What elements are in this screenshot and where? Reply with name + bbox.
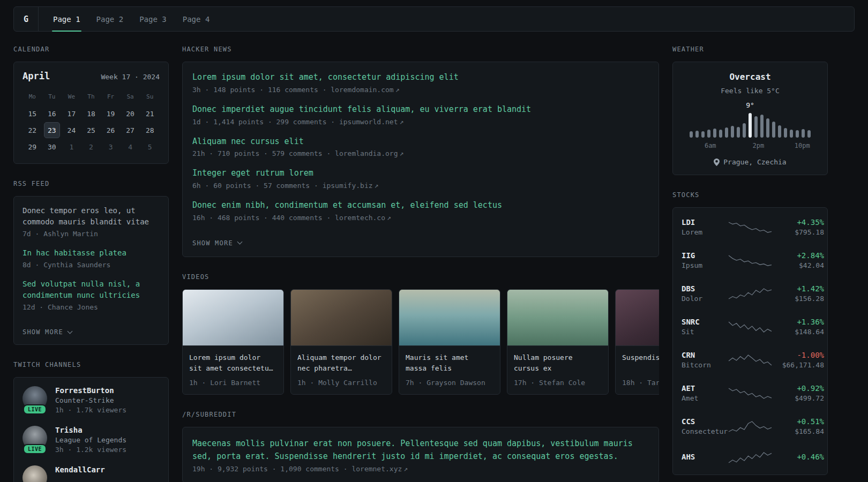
stock-row-dbs[interactable]: DBSDolor +1.42%$156.28 — [682, 277, 819, 310]
weather-hour-bar — [772, 122, 775, 138]
stock-name: Consectetur — [682, 427, 728, 435]
tab-page-3[interactable]: Page 3 — [131, 7, 175, 31]
channel-info: Trisha League of Legends 3h · 1.2k viewe… — [55, 426, 126, 454]
stock-ticker: LDI — [682, 218, 728, 227]
stock-name: Amet — [682, 394, 728, 402]
video-body: Aliquam tempor dolor nec pharetra… 1h · … — [291, 346, 392, 394]
twitch-widget: TWITCH CHANNELS LIVE ForrestBurton Count… — [13, 361, 169, 482]
video-title: Nullam posuere cursus ex — [514, 352, 602, 374]
rss-item-meta: 12d · Chance Jones — [23, 303, 160, 311]
chevron-down-icon — [67, 328, 72, 334]
stock-row-ahs[interactable]: AHS +0.46% — [682, 443, 819, 472]
weather-hour-bar — [766, 118, 769, 138]
calendar-section-title: CALENDAR — [13, 46, 169, 53]
weather-hour-bar — [695, 131, 699, 138]
stock-name: Ipsum — [682, 261, 728, 269]
stock-row-snrc[interactable]: SNRCSit +1.36%$148.64 — [682, 310, 819, 343]
twitch-channel-forrestburton[interactable]: LIVE ForrestBurton Counter-Strike 1h · 1… — [23, 386, 160, 414]
video-card[interactable]: Suspendisse diam 18h · Tara — [615, 289, 659, 395]
stock-row-ldi[interactable]: LDILorem +4.35%$795.18 — [682, 210, 819, 244]
video-card[interactable]: Mauris sit amet massa felis 7h · Grayson… — [399, 289, 500, 395]
stock-change: +2.84% — [773, 251, 824, 260]
stock-sparkline — [728, 320, 773, 334]
current-temp-label: 9° — [746, 101, 754, 109]
news-title-link[interactable]: Lorem ipsum dolor sit amet, consectetur … — [192, 72, 649, 84]
avatar — [23, 465, 47, 482]
weather-hour-bar — [760, 115, 764, 138]
stock-change: +0.51% — [773, 417, 824, 426]
stock-sparkline — [728, 353, 773, 367]
external-link-icon[interactable]: ↗ — [400, 149, 404, 157]
stocks-card: LDILorem +4.35%$795.18 IIGIpsum +2.84%$4… — [672, 207, 828, 475]
video-body: Nullam posuere cursus ex 17h · Stefan Co… — [507, 346, 608, 394]
external-link-icon[interactable]: ↗ — [400, 118, 404, 126]
calendar-day: 3 — [103, 139, 119, 155]
rss-item: Donec tempor eros leo, ut commodo mauris… — [23, 205, 160, 238]
stock-row-iig[interactable]: IIGIpsum +2.84%$42.04 — [682, 244, 819, 277]
stock-ticker: SNRC — [682, 318, 728, 326]
right-column: WEATHER Overcast Feels like 5°C 9° 6am 2… — [672, 46, 828, 482]
calendar-day: 23 — [44, 122, 60, 138]
news-title-link[interactable]: Donec enim nibh, condimentum et accumsan… — [192, 200, 649, 212]
stock-ticker: CRN — [682, 351, 728, 359]
weather-hour-bar — [731, 126, 734, 138]
news-meta-text: 3h · 148 points · 116 comments · loremdo… — [192, 86, 394, 94]
dow-label: Tu — [48, 93, 55, 100]
stock-values: +2.84%$42.04 — [773, 251, 824, 269]
calendar-day: 25 — [83, 122, 99, 138]
video-card[interactable]: Nullam posuere cursus ex 17h · Stefan Co… — [507, 289, 609, 395]
news-title-link[interactable]: Donec imperdiet augue tincidunt felis al… — [192, 104, 649, 116]
video-card[interactable]: Lorem ipsum dolor sit amet consectetu… 1… — [182, 289, 284, 395]
stock-values: +0.51%$165.84 — [773, 417, 824, 435]
video-meta: 18h · Tara — [622, 374, 659, 387]
stock-row-crn[interactable]: CRNBitcorn -1.00%$66,171.48 — [682, 343, 819, 376]
news-title-link[interactable]: Integer eget rutrum lorem — [192, 168, 649, 179]
videos-scroll-row[interactable]: Lorem ipsum dolor sit amet consectetu… 1… — [182, 289, 659, 395]
rss-section-title: RSS FEED — [13, 180, 169, 187]
twitch-channel-trisha[interactable]: LIVE Trisha League of Legends 3h · 1.2k … — [23, 426, 160, 454]
video-title: Aliquam tempor dolor nec pharetra… — [297, 352, 385, 374]
app-logo[interactable]: G — [14, 7, 39, 31]
tab-page-4[interactable]: Page 4 — [175, 7, 218, 31]
stock-sparkline — [728, 220, 773, 234]
calendar-header: April Week 17 · 2024 — [23, 71, 160, 81]
video-card[interactable]: Aliquam tempor dolor nec pharetra… 1h · … — [290, 289, 392, 395]
video-body: Lorem ipsum dolor sit amet consectetu… 1… — [183, 346, 283, 394]
video-meta: 17h · Stefan Cole — [514, 374, 602, 387]
external-link-icon[interactable]: ↗ — [375, 182, 379, 190]
rss-item-link[interactable]: In hac habitasse platea — [23, 247, 160, 259]
twitch-card: LIVE ForrestBurton Counter-Strike 1h · 1… — [13, 377, 169, 482]
video-title: Lorem ipsum dolor sit amet consectetu… — [189, 352, 277, 374]
post-title-link[interactable]: Maecenas mollis pulvinar erat non posuer… — [192, 437, 649, 463]
stock-name: Bitcorn — [682, 361, 728, 369]
external-link-icon[interactable]: ↗ — [403, 465, 408, 473]
external-link-icon[interactable]: ↗ — [387, 214, 391, 222]
page: G Page 1 Page 2 Page 3 Page 4 CALENDAR A… — [0, 0, 868, 482]
stock-row-ccs[interactable]: CCSConsectetur +0.51%$165.84 — [682, 410, 819, 443]
channel-avatar-image — [23, 465, 47, 482]
tab-page-2[interactable]: Page 2 — [88, 7, 132, 31]
stock-name: Lorem — [682, 228, 728, 236]
calendar-day: 28 — [142, 122, 158, 138]
stock-values: +0.92%$499.72 — [773, 384, 824, 402]
stock-price: $148.64 — [773, 328, 824, 336]
dow-label: Fr — [107, 93, 114, 100]
twitch-section-title: TWITCH CHANNELS — [13, 361, 169, 368]
calendar-day: 18 — [83, 106, 99, 122]
weather-card: Overcast Feels like 5°C 9° 6am 2pm 10pm … — [672, 62, 828, 175]
weather-hour-bar — [737, 127, 740, 138]
news-title-link[interactable]: Aliquam nec cursus elit — [192, 136, 649, 148]
hacker-news-show-more-button[interactable]: SHOW MORE — [192, 239, 242, 247]
calendar-day: 27 — [122, 122, 138, 138]
external-link-icon[interactable]: ↗ — [395, 86, 400, 94]
weather-hour-bar — [701, 131, 705, 138]
stock-price: $42.04 — [773, 261, 824, 269]
twitch-channel-kendallcarr[interactable]: KendallCarr — [23, 465, 160, 482]
rss-show-more-button[interactable]: SHOW MORE — [23, 328, 72, 336]
news-item: Lorem ipsum dolor sit amet, consectetur … — [192, 72, 649, 94]
rss-card: Donec tempor eros leo, ut commodo mauris… — [13, 196, 169, 345]
stock-row-aet[interactable]: AETAmet +0.92%$499.72 — [682, 376, 819, 410]
rss-item-link[interactable]: Sed volutpat nulla nisl, a condimentum n… — [23, 278, 160, 301]
rss-item-link[interactable]: Donec tempor eros leo, ut commodo mauris… — [23, 205, 160, 228]
tab-page-1[interactable]: Page 1 — [45, 7, 88, 31]
